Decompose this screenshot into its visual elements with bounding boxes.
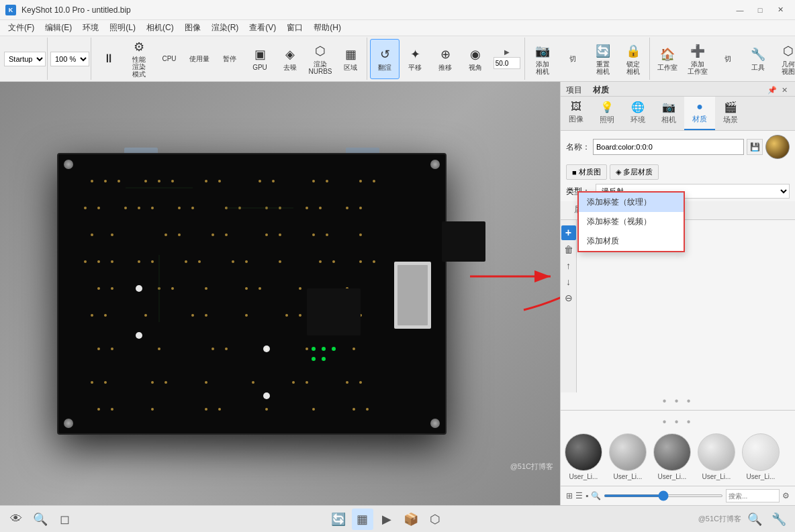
pcb-svg xyxy=(58,154,445,433)
bottom-center-btn5[interactable]: ⬡ xyxy=(424,509,446,530)
menu-render[interactable]: 渲染(R) xyxy=(206,21,244,35)
tab-camera[interactable]: 📷 相机 xyxy=(653,97,684,130)
add-material-item[interactable]: 添加材质 xyxy=(579,231,684,251)
filter-icon[interactable]: ⚙ xyxy=(782,491,790,500)
menu-window[interactable]: 窗口 xyxy=(281,21,308,35)
region-button[interactable]: ▦ 区域 xyxy=(336,39,365,79)
pan-button[interactable]: ✦ 平移 xyxy=(400,39,430,79)
mat-item-4[interactable]: User_Li... xyxy=(696,433,737,480)
search-icon[interactable]: 🔍 xyxy=(591,491,601,500)
delete-button[interactable]: 🗑 xyxy=(562,243,575,256)
mat-item-1[interactable]: User_Li... xyxy=(563,433,604,480)
lockcam-button[interactable]: 🔒 锁定相机 xyxy=(618,39,648,79)
size-slider[interactable] xyxy=(604,494,723,497)
studio-button[interactable]: 🏠 工作室 xyxy=(653,39,682,79)
panel-close-btn[interactable]: ✕ xyxy=(779,85,790,96)
viewport[interactable]: @51C打博客 xyxy=(0,82,560,505)
move-down-button[interactable]: ↓ xyxy=(562,275,575,288)
usage-button[interactable]: 使用量 xyxy=(185,39,214,79)
context-dropdown: 添加标签（纹理） 添加标签（视频） 添加材质 xyxy=(577,191,685,252)
cpu-button[interactable]: CPU xyxy=(154,39,184,79)
stop-button[interactable]: 暂停 xyxy=(215,39,244,79)
pause-button[interactable]: ⏸ xyxy=(94,39,124,79)
perf-mode-button[interactable]: ⚙ 性能渲染模式 xyxy=(124,39,154,79)
mat-item-2[interactable]: User_Li... xyxy=(608,433,648,480)
bottom-right-btn2[interactable]: 🔧 xyxy=(768,509,790,530)
mat-name-1: User_Li... xyxy=(569,473,598,480)
zoom-dropdown[interactable]: 100 % xyxy=(50,52,89,66)
tools-label: 工具 xyxy=(751,64,765,71)
denoise-button[interactable]: ◈ 去噪 xyxy=(275,39,305,79)
add-label-texture-item[interactable]: 添加标签（纹理） xyxy=(579,193,684,212)
geoview-icon: ⬡ xyxy=(780,43,795,59)
addstudio-button[interactable]: ➕ 添加工作室 xyxy=(683,39,712,79)
multi-material-button[interactable]: ◈ 多层材质 xyxy=(610,164,659,180)
pan-label: 平移 xyxy=(408,64,422,71)
minimize-button[interactable]: — xyxy=(731,3,749,17)
bottom-center-btn3[interactable]: ▶ xyxy=(376,509,398,530)
grid-icon[interactable]: ⊞ xyxy=(566,491,573,500)
addcam-button[interactable]: 📷 添加相机 xyxy=(528,39,557,79)
menu-edit[interactable]: 编辑(E) xyxy=(40,21,77,35)
bottom-center-btn2[interactable]: ▦ xyxy=(352,509,373,530)
mat-item-5[interactable]: User_Li... xyxy=(741,433,781,480)
name-input[interactable] xyxy=(593,139,744,155)
menu-image[interactable]: 图像 xyxy=(179,21,206,35)
size-icon[interactable]: ▪ xyxy=(586,491,588,500)
save-name-button[interactable]: 💾 xyxy=(747,139,763,155)
bottom-eye-btn[interactable]: 👁 xyxy=(5,509,27,530)
bottom-square-btn[interactable]: ◻ xyxy=(54,509,75,530)
panel-pin-btn[interactable]: 📌 xyxy=(767,85,778,96)
bottom-center-btn4[interactable]: 📦 xyxy=(400,509,422,530)
window-title: KeyShot 10.0 Pro - untitled.bip xyxy=(21,5,131,15)
bottom-right-btn1[interactable]: 🔍 xyxy=(744,509,765,530)
bottom-center-btn1[interactable]: 🔄 xyxy=(328,509,349,530)
tab-environment[interactable]: 🌐 环境 xyxy=(622,97,653,130)
close-button[interactable]: ✕ xyxy=(771,3,790,17)
menu-file[interactable]: 文件(F) xyxy=(3,21,40,35)
push-button[interactable]: ⊕ 推移 xyxy=(430,39,460,79)
cut-button[interactable]: 切 xyxy=(558,39,588,79)
menu-camera[interactable]: 相机(C) xyxy=(141,21,179,35)
tab-scene[interactable]: 🎬 场景 xyxy=(715,97,746,130)
tab-material[interactable]: ● 材质 xyxy=(684,97,715,130)
svg-point-7 xyxy=(218,180,221,182)
cut2-button[interactable]: 切 xyxy=(713,39,743,79)
add-label-video-item[interactable]: 添加标签（视频） xyxy=(579,212,684,231)
mat-item-3[interactable]: User_Li... xyxy=(652,433,692,480)
svg-point-29 xyxy=(91,233,93,236)
fliprender-button[interactable]: ↺ 翻渲 xyxy=(370,39,400,79)
material-graph-label: 材质图 xyxy=(579,167,601,177)
three-dots-mid: • • • xyxy=(563,413,792,431)
nurbs-button[interactable]: ⬡ 渲染NURBS xyxy=(306,39,335,79)
resetcam-button[interactable]: 🔄 重置相机 xyxy=(588,39,618,79)
menu-environment[interactable]: 环境 xyxy=(77,21,104,35)
app-icon: K xyxy=(5,5,16,15)
move-up-button[interactable]: ↑ xyxy=(562,259,575,272)
menu-view[interactable]: 查看(V) xyxy=(244,21,281,35)
tools-button[interactable]: 🔧 工具 xyxy=(743,39,773,79)
bottom-search-btn[interactable]: 🔍 xyxy=(30,509,51,530)
maximize-button[interactable]: □ xyxy=(751,3,769,17)
add-plus-button[interactable]: + xyxy=(561,225,576,240)
svg-point-27 xyxy=(346,207,348,209)
camera-tab-icon: 📷 xyxy=(662,101,675,113)
svg-point-59 xyxy=(245,287,248,290)
search-field[interactable] xyxy=(726,489,780,502)
view-button[interactable]: ◉ 视角 xyxy=(461,39,490,79)
tab-lighting[interactable]: 💡 照明 xyxy=(592,97,622,130)
geoview-button[interactable]: ⬡ 几何视图 xyxy=(774,39,795,79)
svg-point-48 xyxy=(245,260,248,263)
gpu-button[interactable]: ▣ GPU xyxy=(245,39,275,79)
startup-dropdown[interactable]: Startup xyxy=(4,52,46,66)
svg-point-98 xyxy=(312,408,315,411)
list-icon[interactable]: ☰ xyxy=(575,491,583,500)
side-controls: + 🗑 ↑ ↓ ⊖ xyxy=(561,220,577,392)
menu-lighting[interactable]: 照明(L) xyxy=(104,21,141,35)
render-speed-input[interactable] xyxy=(494,57,520,69)
collapse-button[interactable]: ⊖ xyxy=(562,291,575,305)
menu-help[interactable]: 帮助(H) xyxy=(308,21,346,35)
material-graph-button[interactable]: ■ 材质图 xyxy=(566,164,607,180)
tab-image[interactable]: 🖼 图像 xyxy=(561,97,592,130)
material-btn-row: ■ 材质图 ◈ 多层材质 xyxy=(561,163,795,181)
